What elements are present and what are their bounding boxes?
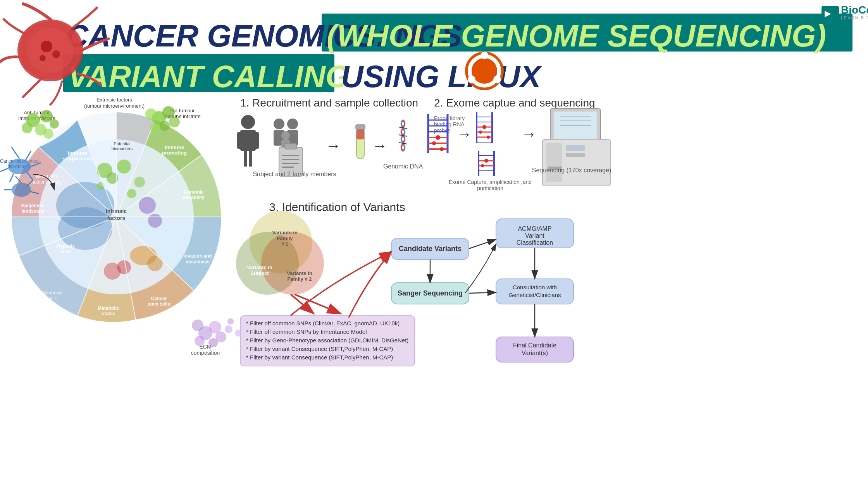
svg-text:* Filter by Geno-Phenotype ass: * Filter by Geno-Phenotype association (… — [246, 337, 408, 344]
svg-text:→: → — [521, 125, 537, 143]
section1-title: 1. Recruitment and sample collection — [240, 97, 418, 109]
svg-rect-192 — [546, 143, 562, 182]
svg-text:Classification: Classification — [517, 239, 553, 246]
svg-point-11 — [468, 76, 475, 83]
svg-text:(tumour microenvironment): (tumour microenvironment) — [84, 103, 145, 109]
svg-text:Normoxic: Normoxic — [43, 290, 62, 296]
svg-point-96 — [192, 320, 203, 331]
svg-rect-132 — [282, 155, 299, 156]
svg-rect-119 — [240, 130, 256, 151]
svg-text:Subject: Subject — [251, 270, 269, 276]
svg-text:Variants in: Variants in — [287, 270, 312, 276]
svg-point-21 — [40, 55, 46, 61]
svg-point-45 — [134, 177, 145, 187]
svg-text:Family: Family — [277, 235, 293, 241]
svg-rect-133 — [282, 159, 299, 160]
svg-text:→: → — [456, 125, 472, 143]
svg-point-114 — [160, 121, 170, 131]
svg-text:* Filter off common SNPs (Clin: * Filter off common SNPs (ClinVar, ExAC,… — [246, 320, 400, 326]
svg-text:Genomic: Genomic — [184, 189, 204, 195]
svg-text:landscape: landscape — [22, 208, 45, 214]
svg-line-86 — [10, 174, 14, 182]
svg-text:* Filter off common SNPs by In: * Filter off common SNPs by Inheritance … — [246, 328, 367, 335]
svg-text:Hypoxic: Hypoxic — [57, 244, 75, 249]
svg-text:state: state — [47, 295, 57, 301]
svg-text:Final Candidate: Final Candidate — [513, 342, 556, 349]
svg-text:stem cells: stem cells — [148, 301, 170, 307]
svg-text:Geneticist/Clinicians: Geneticist/Clinicians — [508, 292, 561, 298]
svg-text:biomarkers: biomarkers — [112, 146, 133, 151]
svg-text:Extrinsic factors: Extrinsic factors — [96, 97, 132, 103]
svg-point-100 — [195, 336, 205, 346]
svg-rect-122 — [237, 132, 242, 149]
svg-point-126 — [287, 119, 298, 129]
svg-text:Immune: Immune — [68, 150, 87, 156]
svg-point-102 — [227, 318, 234, 325]
svg-rect-135 — [282, 167, 294, 168]
svg-rect-131 — [285, 143, 296, 149]
svg-point-200 — [262, 232, 324, 294]
svg-point-10 — [493, 76, 501, 83]
svg-point-38 — [148, 214, 162, 228]
svg-point-160 — [440, 147, 444, 151]
svg-text:2. Exome captue and sequencing: 2. Exome captue and sequencing — [434, 97, 595, 109]
svg-point-9 — [480, 52, 488, 59]
svg-point-124 — [274, 119, 284, 129]
svg-text:* Filter by variant Consequenc: * Filter by variant Consequence (SIFT,Po… — [246, 345, 393, 352]
svg-point-112 — [145, 108, 157, 120]
svg-text:metastasis: metastasis — [186, 259, 210, 265]
svg-text:composition: composition — [191, 350, 220, 356]
svg-point-109 — [43, 129, 53, 139]
svg-rect-194 — [566, 153, 585, 157]
svg-text:→: → — [326, 137, 341, 154]
svg-rect-123 — [254, 132, 259, 149]
svg-point-179 — [484, 159, 488, 163]
svg-text:# 1: # 1 — [281, 241, 288, 247]
svg-point-111 — [162, 106, 175, 119]
svg-rect-134 — [282, 163, 299, 164]
svg-text:purification: purification — [477, 185, 503, 191]
svg-rect-193 — [566, 145, 585, 151]
svg-text:Variant(s): Variant(s) — [522, 350, 548, 356]
svg-text:Cancer: Cancer — [151, 296, 167, 301]
svg-text:Immune: Immune — [165, 144, 184, 150]
svg-point-115 — [150, 123, 160, 132]
svg-text:Candidate Variants: Candidate Variants — [399, 245, 462, 253]
svg-text:ACMG/AMP: ACMG/AMP — [518, 225, 551, 232]
svg-text:VARIANT CALLING: VARIANT CALLING — [68, 59, 350, 94]
svg-text:Sequencing (170x coverage): Sequencing (170x coverage) — [532, 167, 611, 174]
svg-point-36 — [117, 160, 131, 174]
svg-point-128 — [281, 131, 290, 140]
svg-text:Exome Capture, amplification ,: Exome Capture, amplification ,and — [449, 179, 532, 185]
svg-point-105 — [40, 110, 53, 122]
svg-point-99 — [208, 338, 218, 347]
svg-text:suppressive: suppressive — [63, 156, 92, 162]
svg-text:→: → — [372, 137, 388, 154]
svg-rect-120 — [244, 151, 247, 167]
svg-point-108 — [50, 119, 59, 129]
svg-point-37 — [139, 197, 156, 214]
svg-point-42 — [104, 263, 121, 280]
svg-rect-121 — [249, 151, 252, 167]
svg-point-101 — [225, 325, 232, 333]
svg-text:BioCode: BioCode — [841, 4, 868, 16]
svg-point-170 — [482, 125, 486, 129]
svg-point-159 — [432, 141, 436, 145]
svg-text:Sanger Sequencing: Sanger Sequencing — [398, 289, 463, 297]
svg-point-81 — [8, 159, 31, 174]
svg-point-107 — [22, 122, 33, 133]
svg-text:Invasion and: Invasion and — [183, 253, 212, 259]
svg-text:states: states — [102, 311, 115, 316]
svg-rect-139 — [356, 125, 365, 129]
svg-text:▶: ▶ — [825, 9, 831, 18]
svg-text:Family # 2: Family # 2 — [288, 276, 312, 282]
svg-point-97 — [209, 321, 221, 333]
svg-text:* Filter by variant Consequenc: * Filter by variant Consequence (SIFT,Po… — [246, 354, 393, 361]
svg-text:instability: instability — [183, 195, 205, 200]
svg-text:Metabolic: Metabolic — [98, 306, 119, 311]
svg-point-118 — [241, 115, 255, 129]
svg-text:Subject and 2 family members: Subject and 2 family members — [253, 171, 336, 177]
svg-text:state: state — [60, 249, 71, 254]
svg-text:Potential: Potential — [114, 141, 131, 146]
svg-point-180 — [481, 164, 484, 167]
